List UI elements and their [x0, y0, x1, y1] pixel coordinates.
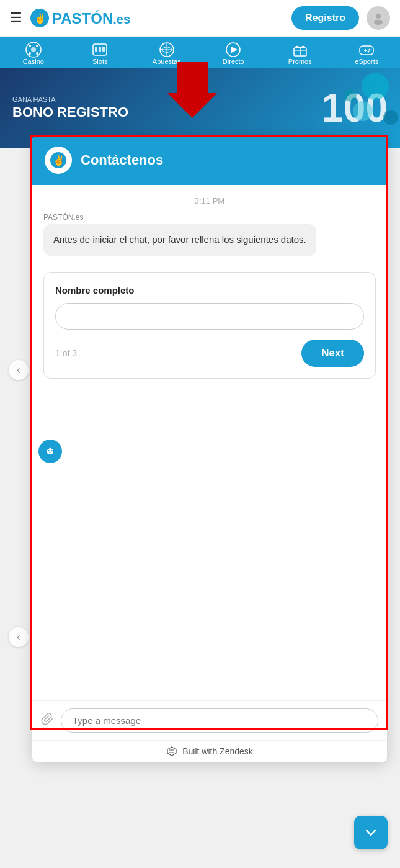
user-avatar[interactable] — [367, 6, 390, 30]
svg-rect-13 — [102, 47, 105, 52]
next-button[interactable]: Next — [301, 340, 364, 367]
nav-label-slots: Slots — [92, 58, 107, 65]
logo-hand-icon: ✌ — [30, 8, 50, 28]
bot-icon-wrapper — [38, 440, 62, 463]
form-card: Nombre completo 1 of 3 Next — [43, 272, 376, 379]
hamburger-icon[interactable]: ☰ — [10, 10, 22, 26]
chat-input-area — [32, 700, 387, 740]
logo-text: PASTÓN.es — [52, 9, 130, 28]
svg-point-27 — [383, 110, 398, 125]
svg-point-34 — [48, 450, 49, 451]
svg-point-8 — [29, 52, 31, 55]
nav-bar: Casino Slots Apuestas Directo Promos eSp… — [0, 37, 400, 68]
chat-title: Contáctenos — [81, 152, 163, 168]
chat-empty-space — [43, 390, 376, 700]
nav-item-casino[interactable]: Casino — [15, 42, 52, 65]
form-step: 1 of 3 — [55, 348, 77, 358]
form-label: Nombre completo — [55, 285, 364, 296]
attachment-icon[interactable] — [41, 712, 55, 729]
left-arrow-lower[interactable]: ‹ — [9, 627, 29, 647]
nav-item-slots[interactable]: Slots — [81, 42, 118, 65]
svg-point-24 — [368, 51, 370, 53]
svg-rect-36 — [49, 453, 51, 453]
promos-icon — [292, 42, 308, 58]
header: ☰ ✌ PASTÓN.es Registro — [0, 0, 400, 37]
svg-point-7 — [36, 45, 38, 47]
svg-point-23 — [369, 49, 371, 51]
chat-bubble: Antes de iniciar el chat, por favor rell… — [43, 224, 316, 256]
nav-label-esports: eSports — [355, 58, 378, 65]
svg-point-25 — [362, 73, 389, 100]
logo[interactable]: ✌ PASTÓN.es — [30, 8, 130, 28]
chevron-down-icon — [362, 824, 380, 841]
zendesk-icon — [166, 746, 177, 757]
chat-header: ✌ Contáctenos — [32, 135, 387, 185]
directo-icon — [225, 42, 241, 58]
svg-point-2 — [376, 14, 381, 19]
apuestas-icon — [159, 42, 175, 58]
chevron-left-lower-icon: ‹ — [17, 631, 20, 643]
chat-time: 3:11 PM — [43, 196, 376, 206]
nav-label-casino: Casino — [23, 58, 44, 65]
banner-sublabel: GANA HASTA — [12, 96, 128, 103]
svg-point-9 — [36, 52, 38, 55]
svg-point-6 — [29, 45, 31, 47]
nav-label-directo: Directo — [223, 58, 244, 65]
svg-text:✌: ✌ — [34, 12, 47, 24]
svg-point-35 — [51, 450, 52, 451]
nav-item-promos[interactable]: Promos — [282, 42, 319, 65]
zendesk-footer: Built with Zendesk — [32, 740, 387, 762]
svg-point-3 — [374, 20, 383, 25]
svg-point-5 — [31, 47, 36, 52]
casino-icon — [25, 42, 42, 58]
form-footer: 1 of 3 Next — [55, 340, 364, 367]
svg-point-38 — [50, 447, 51, 448]
chat-body: 3:11 PM PASTÓN.es Antes de iniciar el ch… — [32, 185, 387, 700]
register-button[interactable]: Registro — [291, 6, 359, 30]
left-arrow-upper[interactable]: ‹ — [9, 360, 29, 380]
chat-widget-inner: ✌ Contáctenos 3:11 PM PASTÓN.es Antes de… — [32, 135, 387, 762]
nombre-completo-input[interactable] — [55, 303, 364, 330]
nav-label-promos: Promos — [288, 58, 312, 65]
bot-icon[interactable] — [38, 440, 62, 463]
chat-sender: PASTÓN.es — [43, 213, 376, 222]
nav-item-esports[interactable]: eSports — [348, 42, 385, 65]
message-input[interactable] — [61, 708, 378, 733]
zendesk-label: Built with Zendesk — [182, 746, 253, 756]
chat-widget: ✌ Contáctenos 3:11 PM PASTÓN.es Antes de… — [32, 135, 387, 762]
svg-point-26 — [353, 101, 373, 121]
svg-point-28 — [344, 89, 357, 102]
svg-rect-33 — [47, 449, 53, 454]
svg-text:✌: ✌ — [53, 155, 65, 166]
page-wrapper: ☰ ✌ PASTÓN.es Registro Casino Slots — [0, 0, 400, 868]
nav-label-apuestas: Apuestas — [153, 58, 181, 65]
nav-item-apuestas[interactable]: Apuestas — [148, 42, 185, 65]
nav-item-directo[interactable]: Directo — [215, 42, 252, 65]
svg-rect-12 — [99, 47, 101, 52]
scroll-down-button[interactable] — [354, 816, 388, 849]
esports-icon — [358, 42, 375, 58]
slots-icon — [92, 42, 108, 58]
svg-marker-18 — [231, 47, 238, 53]
banner-label: BONO REGISTRO — [12, 104, 128, 120]
chevron-left-icon: ‹ — [17, 364, 20, 376]
chat-logo: ✌ — [45, 147, 72, 174]
svg-rect-11 — [95, 47, 97, 52]
